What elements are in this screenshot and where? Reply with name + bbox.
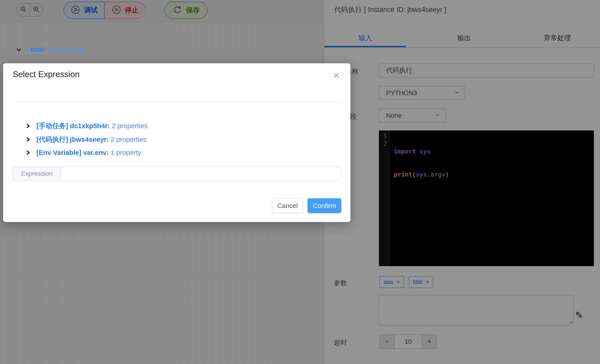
expression-addon-label: Expression xyxy=(13,167,61,180)
chevron-down-icon[interactable] xyxy=(15,46,22,53)
confirm-button[interactable]: Confirm xyxy=(308,198,341,213)
tree-row-code-exec[interactable]: [代码执行] jbws4seeyr: 2 properties xyxy=(24,135,147,144)
tree-row-root[interactable]: root: 3 properties xyxy=(15,45,84,54)
chevron-right-icon[interactable] xyxy=(24,136,31,143)
expression-input-group: Expression xyxy=(13,166,341,181)
expression-input[interactable] xyxy=(61,167,340,180)
chevron-right-icon[interactable] xyxy=(24,149,31,156)
tree-node-label[interactable]: [Env Variable] var.env: xyxy=(36,149,109,157)
modal-title: Select Expression xyxy=(13,70,80,79)
chevron-right-icon[interactable] xyxy=(24,122,31,129)
tree-node-label[interactable]: [代码执行] jbws4seeyr: xyxy=(36,135,109,144)
app-root: 调试 停止 保存 代码执行 [ Instance ID: jbws4seeyr … xyxy=(0,0,600,364)
select-expression-modal: Select Expression × root: 3 properties [… xyxy=(3,63,350,222)
tree-node-label[interactable]: root: xyxy=(30,46,46,53)
divider xyxy=(13,101,341,102)
tree-node-count: 2 properties xyxy=(109,136,147,143)
tree-node-count: 2 properties xyxy=(110,122,148,130)
tree-row-env-variable[interactable]: [Env Variable] var.env: 1 property xyxy=(24,148,141,157)
cancel-button[interactable]: Cancel xyxy=(272,198,303,213)
tree-row-manual-task[interactable]: [手动任务] dc1xkp5h4r: 2 properties xyxy=(24,121,148,131)
close-icon[interactable]: × xyxy=(333,70,339,81)
tree-node-label[interactable]: [手动任务] dc1xkp5h4r: xyxy=(36,121,110,131)
tree-node-count: 1 property xyxy=(109,149,141,157)
tree-node-count: 3 properties xyxy=(46,46,84,53)
